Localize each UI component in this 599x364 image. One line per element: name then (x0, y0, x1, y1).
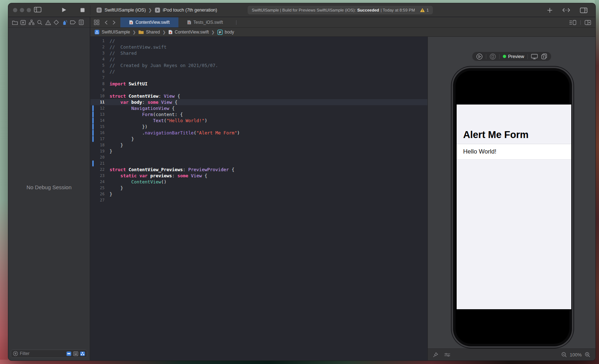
breakpoint-navigator-icon[interactable] (69, 19, 76, 26)
scheme-selector[interactable]: SwiftUISample (iOS) ❯ iPod touch (7th ge… (96, 3, 217, 17)
code-editor[interactable]: 1//2// ContentView.swift3// Shared4//5//… (90, 37, 427, 360)
breadcrumb-file[interactable]: ContentView.swift (175, 30, 209, 35)
hierarchy-view-toggle-icon[interactable] (80, 351, 85, 356)
go-back-button[interactable] (105, 20, 108, 25)
jump-bar: SwiftUISample ❯ Shared ❯ ContentView.swi… (90, 28, 595, 37)
chevron-right-icon: ❯ (148, 8, 152, 13)
line-number: 5 (94, 62, 105, 68)
device-preview-ipod-touch[interactable]: Alert Me Form Hello World! (452, 67, 573, 348)
scheme-project-label[interactable]: SwiftUISample (iOS) (105, 8, 146, 13)
minimize-window-button[interactable] (20, 8, 24, 12)
preview-status: Preview (503, 54, 524, 59)
close-window-button[interactable] (13, 8, 17, 12)
code-line[interactable]: 17 } (90, 136, 427, 142)
code-line[interactable]: 14 Text("Hello World!") (90, 117, 427, 124)
window-titlebar: SwiftUISample (iOS) ❯ iPod touch (7th ge… (8, 3, 595, 17)
code-lines: 1//2// ContentView.swift3// Shared4//5//… (90, 38, 427, 203)
line-number: 10 (94, 93, 105, 99)
warning-badge[interactable]: 1 (420, 8, 429, 12)
tab-contentview-swift[interactable]: ContentView.swift (120, 17, 178, 27)
test-navigator-icon[interactable] (53, 19, 60, 26)
code-line[interactable]: 12 NavigationView { (90, 105, 427, 111)
breadcrumb-project[interactable]: SwiftUISample (102, 30, 130, 35)
project-navigator-icon[interactable] (11, 19, 18, 26)
target-display-icon[interactable] (531, 54, 538, 59)
code-line[interactable]: 5// Created by Juan Reyes on 2021/05/07. (90, 62, 427, 68)
code-line[interactable]: 16 .navigationBarTitle("Alert Me Form") (90, 130, 427, 136)
debug-session-area: No Debug Session (8, 28, 90, 347)
sidebar-toggle-icon[interactable] (34, 6, 41, 13)
code-line[interactable]: 25 } (90, 185, 427, 191)
show-variables-toggle-icon[interactable] (66, 351, 71, 356)
code-line[interactable]: 8import SwiftUI (90, 81, 427, 87)
breadcrumb-symbol[interactable]: body (225, 30, 234, 35)
related-items-icon[interactable] (94, 19, 100, 25)
line-number: 18 (94, 142, 105, 148)
code-line[interactable]: 6// (90, 68, 427, 75)
library-plus-button[interactable] (547, 8, 553, 13)
find-navigator-icon[interactable] (36, 19, 43, 26)
pin-icon[interactable] (433, 352, 438, 358)
adjust-icon[interactable] (444, 352, 451, 357)
status-text: SwiftUISample | Build for Previews Swift… (252, 8, 356, 12)
stop-button[interactable] (80, 8, 85, 12)
code-line[interactable]: 21 (90, 160, 427, 167)
go-forward-button[interactable] (112, 20, 116, 25)
code-line[interactable]: 18 } (90, 142, 427, 148)
filter-input[interactable]: Filter (11, 350, 87, 358)
editor-history-icon[interactable] (562, 8, 571, 13)
navigator-selector-bar (8, 17, 90, 28)
code-line[interactable]: 2// ContentView.swift (90, 44, 427, 50)
tab-tests-ios-swift[interactable]: Tests_iOS.swift (178, 17, 232, 27)
code-line[interactable]: 1// (90, 38, 427, 44)
code-line[interactable]: 15 }) (90, 124, 427, 130)
code-line[interactable]: 23 static var previews: some View { (90, 173, 427, 179)
debug-navigator-icon[interactable] (61, 19, 68, 26)
code-line[interactable]: 27 (90, 197, 427, 203)
source-control-navigator-icon[interactable] (19, 19, 27, 26)
duplicate-preview-icon[interactable] (541, 53, 547, 59)
code-line[interactable]: 22struct ContentView_Previews: PreviewPr… (90, 167, 427, 173)
code-line[interactable]: 24 ContentView() (90, 179, 427, 185)
activity-status-bar[interactable]: SwiftUISample | Build for Previews Swift… (248, 6, 433, 14)
line-number: 25 (94, 185, 105, 191)
zoom-in-icon[interactable] (585, 352, 590, 358)
line-number: 2 (94, 44, 105, 50)
line-number: 3 (94, 50, 105, 56)
toolbar-divider (486, 54, 486, 59)
code-line[interactable]: 10struct ContentView: View { (90, 93, 427, 99)
zoom-out-icon[interactable] (561, 352, 567, 358)
preview-on-device-icon[interactable] (489, 53, 496, 60)
preview-toolbar: Preview (472, 52, 551, 61)
line-number: 13 (94, 111, 105, 117)
no-debug-session-label: No Debug Session (26, 184, 71, 190)
line-number: 26 (94, 191, 105, 197)
code-line[interactable]: 11 var body: some View { (90, 99, 427, 105)
breadcrumb-group[interactable]: Shared (146, 30, 160, 35)
line-number: 11 (94, 99, 105, 105)
navigation-title: Alert Me Form (463, 129, 529, 141)
filter-icon (13, 351, 18, 356)
code-line[interactable]: 9 (90, 87, 427, 93)
form-row[interactable]: Hello World! (457, 144, 571, 160)
status-result: Succeeded (357, 8, 379, 12)
run-button[interactable] (62, 7, 67, 13)
code-line[interactable]: 20 (90, 154, 427, 160)
code-line[interactable]: 7 (90, 75, 427, 81)
code-line[interactable]: 19} (90, 148, 427, 154)
add-editor-icon[interactable] (585, 20, 591, 25)
live-preview-icon[interactable] (476, 53, 483, 60)
symbol-navigator-icon[interactable] (28, 19, 35, 26)
code-line[interactable]: 26} (90, 191, 427, 197)
code-line[interactable]: 3// Shared (90, 50, 427, 56)
zoom-window-button[interactable] (27, 8, 31, 12)
line-number: 8 (94, 81, 105, 87)
report-navigator-icon[interactable] (77, 19, 85, 26)
issue-navigator-icon[interactable] (44, 19, 52, 26)
code-line[interactable]: 13 Form(content: { (90, 111, 427, 117)
right-panel-toggle-icon[interactable] (580, 7, 587, 13)
flat-view-toggle-icon[interactable] (73, 351, 78, 356)
code-line[interactable]: 4// (90, 56, 427, 62)
editor-options-icon[interactable] (569, 20, 576, 25)
scheme-device-label[interactable]: iPod touch (7th generation) (163, 8, 217, 13)
